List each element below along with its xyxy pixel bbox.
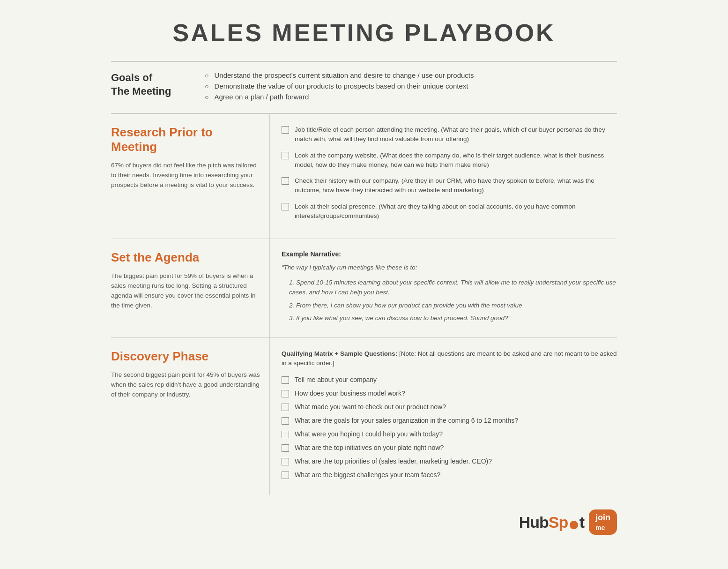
discovery-row: Discovery Phase The second biggest pain … <box>111 338 617 496</box>
discovery-q-5: What were you hoping I could help you wi… <box>282 430 617 438</box>
research-item-2: Look at the company website. (What does … <box>282 151 617 170</box>
checkbox-icon <box>282 376 289 384</box>
checkbox-icon <box>282 417 289 425</box>
checkbox-icon <box>282 472 289 479</box>
join-label: join <box>595 513 610 522</box>
research-item-1: Job title/Role of each person attending … <box>282 125 617 144</box>
narrative-point-1: 1. Spend 10-15 minutes learning about yo… <box>282 277 617 298</box>
research-item-3: Check their history with our company. (A… <box>282 176 617 195</box>
checkbox-icon <box>282 126 289 134</box>
research-left: Research Prior to Meeting 67% of buyers … <box>111 114 270 239</box>
agenda-title: Set the Agenda <box>111 250 260 265</box>
agenda-right: Example Narrative: “The way I typically … <box>270 239 617 337</box>
goals-label: Goals of The Meeting <box>111 71 195 98</box>
discovery-desc: The second biggest pain point for 45% of… <box>111 370 260 400</box>
checkbox-icon <box>282 177 289 185</box>
research-right: Job title/Role of each person attending … <box>270 114 617 239</box>
discovery-q-2: How does your business model work? <box>282 389 617 397</box>
research-item-4: Look at their social presence. (What are… <box>282 202 617 221</box>
discovery-q-3: What made you want to check out our prod… <box>282 403 617 411</box>
checkbox-icon <box>282 431 289 438</box>
checkbox-icon <box>282 203 289 210</box>
discovery-q-1: Tell me about your company <box>282 375 617 384</box>
page-container: SALES MEETING PLAYBOOK Goals of The Meet… <box>83 0 645 568</box>
agenda-desc: The biggest pain point for 59% of buyers… <box>111 271 260 311</box>
checkbox-icon <box>282 458 289 465</box>
goals-bullet-1: Understand the prospect's current situat… <box>205 71 474 79</box>
hubspot-logo: HubSp●t <box>519 513 584 532</box>
checkbox-icon <box>282 152 289 159</box>
discovery-title: Discovery Phase <box>111 349 260 364</box>
qualifying-note: Qualifying Matrix + Sample Questions: [N… <box>282 349 617 368</box>
logo-hub: Hub <box>519 513 549 531</box>
narrative-point-2: 2. From there, I can show you how our pr… <box>282 300 617 311</box>
research-checklist: Job title/Role of each person attending … <box>282 125 617 221</box>
agenda-row: Set the Agenda The biggest pain point fo… <box>111 239 617 338</box>
research-title: Research Prior to Meeting <box>111 125 260 154</box>
me-label: me <box>595 524 610 532</box>
checkbox-icon <box>282 390 289 397</box>
goals-section: Goals of The Meeting Understand the pros… <box>111 61 617 114</box>
discovery-q-8: What are the biggest challenges your tea… <box>282 471 617 479</box>
join-me-badge: join me <box>589 509 617 535</box>
page-title: SALES MEETING PLAYBOOK <box>111 19 617 47</box>
discovery-questions: Tell me about your company How does your… <box>282 375 617 479</box>
goals-bullet-3: Agree on a plan / path forward <box>205 93 474 101</box>
narrative-point-3: 3. If you like what you see, we can disc… <box>282 313 617 323</box>
narrative-intro: “The way I typically run meetings like t… <box>282 262 617 273</box>
qualifying-label: Qualifying Matrix + Sample Questions: <box>282 350 397 357</box>
checkbox-icon <box>282 404 289 411</box>
discovery-q-4: What are the goals for your sales organi… <box>282 416 617 425</box>
footer: HubSp●t join me <box>111 495 617 539</box>
goals-bullet-2: Demonstrate the value of our products to… <box>205 82 474 90</box>
discovery-left: Discovery Phase The second biggest pain … <box>111 338 270 496</box>
logo-spot: Sp <box>549 513 568 531</box>
discovery-q-6: What are the top initiatives on your pla… <box>282 443 617 452</box>
discovery-right: Qualifying Matrix + Sample Questions: [N… <box>270 338 617 496</box>
research-row: Research Prior to Meeting 67% of buyers … <box>111 114 617 239</box>
checkbox-icon <box>282 444 289 452</box>
goals-bullets: Understand the prospect's current situat… <box>195 71 474 104</box>
logo-dot-icon: ● <box>568 513 579 535</box>
discovery-q-7: What are the top priorities of (sales le… <box>282 457 617 465</box>
agenda-left: Set the Agenda The biggest pain point fo… <box>111 239 270 337</box>
logo-t: t <box>579 513 584 531</box>
narrative-label: Example Narrative: <box>282 250 617 258</box>
research-desc: 67% of buyers did not feel like the pitc… <box>111 161 260 190</box>
